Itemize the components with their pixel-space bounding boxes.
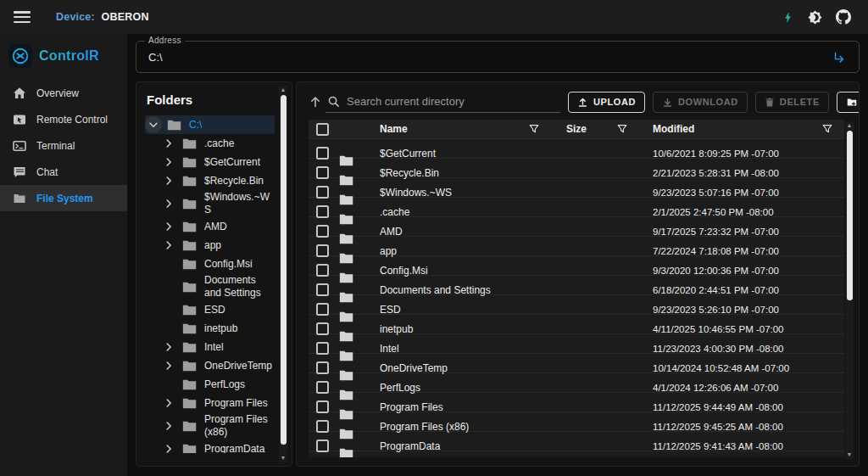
search-field[interactable] <box>326 91 560 113</box>
size-filter-icon[interactable] <box>604 123 641 135</box>
table-row[interactable]: Program Files 11/12/2025 9:44:49 AM -08:… <box>309 393 844 412</box>
sidebar-item-file-system[interactable]: File System <box>0 185 127 211</box>
download-button[interactable]: DOWNLOAD <box>653 92 748 113</box>
tree-item[interactable]: Documents and Settings <box>145 273 275 300</box>
scroll-down-icon[interactable]: ▼ <box>279 454 287 462</box>
connection-bolt-icon[interactable] <box>782 11 794 24</box>
row-checkbox[interactable] <box>316 244 329 257</box>
chevron-icon[interactable] <box>160 195 177 212</box>
chevron-icon[interactable] <box>160 417 177 434</box>
table-row[interactable]: OneDriveTemp 10/14/2024 10:52:48 AM -07:… <box>309 354 844 373</box>
row-checkbox[interactable] <box>316 361 329 374</box>
row-checkbox[interactable] <box>316 166 329 179</box>
file-name[interactable]: app <box>380 245 515 257</box>
row-checkbox[interactable] <box>316 303 329 316</box>
new-folder-button[interactable]: NEW FOLDER <box>837 92 860 113</box>
file-name[interactable]: .cache <box>380 206 515 218</box>
tree-item[interactable]: Program Files (x86) <box>145 412 275 440</box>
chevron-icon[interactable] <box>160 440 177 453</box>
column-header-modified[interactable]: Modified <box>641 123 810 135</box>
column-header-name[interactable]: Name <box>380 123 515 135</box>
tree-item[interactable]: $GetCurrent <box>145 153 275 171</box>
address-value[interactable]: C:\ <box>148 51 832 64</box>
chevron-icon[interactable] <box>160 237 177 254</box>
tree-item[interactable]: PerfLogs <box>145 375 275 394</box>
tree-item[interactable]: ProgramData <box>145 440 275 453</box>
menu-icon[interactable] <box>14 11 31 23</box>
sidebar-item-terminal[interactable]: Terminal <box>0 132 127 159</box>
chevron-icon[interactable] <box>160 154 177 171</box>
tree-item[interactable]: inetpub <box>145 319 275 338</box>
table-row[interactable]: $Windows.~WS 9/23/2023 5:07:16 PM -07:00 <box>309 178 844 198</box>
file-name[interactable]: PerfLogs <box>380 382 515 394</box>
navigate-address-icon[interactable] <box>832 50 847 64</box>
file-name[interactable]: AMD <box>380 226 515 238</box>
chevron-icon[interactable] <box>160 218 177 235</box>
github-icon[interactable] <box>836 9 851 25</box>
file-name[interactable]: Program Files <box>380 401 515 413</box>
file-name[interactable]: Documents and Settings <box>380 284 515 296</box>
table-scrollbar[interactable]: ▲ ▼ <box>845 121 854 459</box>
tree-item[interactable]: $Recycle.Bin <box>145 171 275 190</box>
tree-item[interactable]: Program Files <box>145 394 275 412</box>
tree-item[interactable]: app <box>145 236 275 255</box>
row-checkbox[interactable] <box>316 264 329 277</box>
table-row[interactable]: inetpub 4/11/2025 10:46:55 PM -07:00 <box>309 315 844 334</box>
modified-filter-icon[interactable] <box>810 123 844 135</box>
table-row[interactable]: PerfLogs 4/1/2024 12:26:06 AM -07:00 <box>309 373 844 393</box>
file-name[interactable]: OneDriveTemp <box>380 362 515 374</box>
chevron-icon[interactable] <box>160 357 177 374</box>
chevron-icon[interactable] <box>160 172 177 189</box>
name-filter-icon[interactable] <box>515 123 553 135</box>
tree-item[interactable]: Config.Msi <box>145 255 275 273</box>
upload-button[interactable]: UPLOAD <box>568 92 645 113</box>
navigate-up-icon[interactable] <box>309 95 322 109</box>
tree-item[interactable]: ESD <box>145 300 275 319</box>
folders-scrollbar-thumb[interactable] <box>281 95 287 445</box>
tree-item[interactable]: AMD <box>145 217 275 236</box>
table-row[interactable]: AMD 9/17/2025 7:23:32 PM -07:00 <box>309 217 844 237</box>
table-row[interactable]: $Recycle.Bin 2/21/2023 5:28:31 PM -08:00 <box>309 159 844 178</box>
row-checkbox[interactable] <box>316 381 329 394</box>
file-name[interactable]: ESD <box>380 304 515 316</box>
table-row[interactable]: .cache 2/1/2025 2:47:50 PM -08:00 <box>309 198 844 217</box>
table-row[interactable]: Config.Msi 9/3/2020 12:00:36 PM -07:00 <box>309 256 844 276</box>
file-name[interactable]: $Recycle.Bin <box>380 167 515 179</box>
chevron-icon[interactable] <box>145 116 162 133</box>
theme-toggle-icon[interactable] <box>808 10 822 25</box>
app-logo[interactable]: ControlR <box>0 34 127 80</box>
row-checkbox[interactable] <box>316 342 329 355</box>
row-checkbox[interactable] <box>316 400 329 413</box>
sidebar-item-overview[interactable]: Overview <box>0 80 127 106</box>
chevron-icon[interactable] <box>160 135 177 152</box>
address-field[interactable]: Address C:\ <box>136 41 860 73</box>
sidebar-item-remote-control[interactable]: Remote Control <box>0 106 127 132</box>
file-name[interactable]: $GetCurrent <box>380 148 515 160</box>
delete-button[interactable]: DELETE <box>755 92 829 113</box>
row-checkbox[interactable] <box>316 186 329 199</box>
tree-item[interactable]: .cache <box>145 134 275 153</box>
row-checkbox[interactable] <box>316 420 329 433</box>
column-header-size[interactable]: Size <box>553 123 604 135</box>
row-checkbox[interactable] <box>316 440 329 452</box>
scroll-up-icon[interactable]: ▲ <box>845 121 854 130</box>
folders-scrollbar[interactable]: ▲ ▼ <box>279 86 287 462</box>
sidebar-item-chat[interactable]: Chat <box>0 159 127 185</box>
select-all-checkbox[interactable] <box>316 123 329 136</box>
file-name[interactable]: Intel <box>380 343 515 355</box>
table-row[interactable]: Program Files (x86) 11/12/2025 9:45:25 A… <box>309 412 844 432</box>
chevron-icon[interactable] <box>160 395 177 412</box>
table-row[interactable]: ESD 9/23/2023 5:26:10 PM -07:00 <box>309 295 844 315</box>
scroll-down-icon[interactable]: ▼ <box>845 451 854 459</box>
row-checkbox[interactable] <box>316 147 329 160</box>
table-row[interactable]: Recovery 11/12/2025 9:41:57 AM -08:00 <box>309 451 844 457</box>
table-row[interactable]: ProgramData 11/12/2025 9:41:43 AM -08:00 <box>309 432 844 451</box>
table-scrollbar-thumb[interactable] <box>847 131 853 300</box>
table-row[interactable]: Intel 11/23/2023 4:00:30 PM -08:00 <box>309 334 844 354</box>
row-checkbox[interactable] <box>316 322 329 335</box>
file-name[interactable]: ProgramData <box>380 440 515 452</box>
tree-item[interactable]: Intel <box>145 338 275 356</box>
table-row[interactable]: Documents and Settings 6/18/2020 2:44:51… <box>309 276 844 295</box>
file-name[interactable]: inetpub <box>380 323 515 335</box>
tree-item[interactable]: C:\ <box>145 115 275 134</box>
